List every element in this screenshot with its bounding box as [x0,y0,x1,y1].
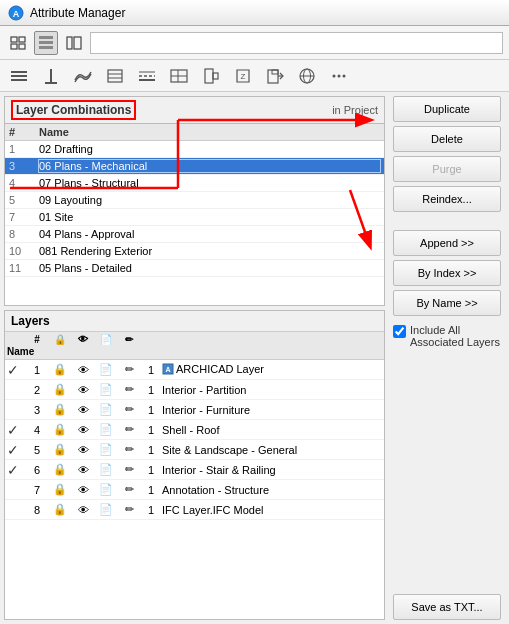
linetype-icon-btn[interactable] [134,63,160,89]
layer-row[interactable]: ✓ 1 🔒 👁 📄 ✏ 1 AARCHICAD Layer [5,360,384,380]
svg-rect-4 [11,44,17,49]
layer-name: Interior - Partition [162,384,382,396]
profile-icon-btn[interactable] [198,63,224,89]
doc-icon: 📄 [95,483,117,496]
col-lock-h: 🔒 [49,334,71,345]
append-button[interactable]: Append >> [393,230,501,256]
view-btn-2[interactable] [34,31,58,55]
col-num-h: # [26,334,48,345]
combo-row[interactable]: 10081 Rendering Exterior [5,243,384,260]
layer-name: Shell - Roof [162,424,382,436]
svg-rect-12 [11,75,27,77]
combo-row[interactable]: 102 Drafting [5,141,384,158]
svg-point-36 [343,74,346,77]
svg-rect-7 [39,41,53,44]
svg-point-34 [333,74,336,77]
layer-combinations-section: Layer Combinations in Project # Name 102… [4,96,385,306]
layer-name: Interior - Furniture [162,404,382,416]
layer-check: ✓ [7,422,25,438]
combo-row[interactable]: 509 Layouting [5,192,384,209]
row-name: 05 Plans - Detailed [39,262,380,274]
include-all-checkbox[interactable] [393,325,406,338]
vis-icon: 👁 [72,404,94,416]
scale-val: 1 [141,364,161,376]
layer-combinations-title: Layer Combinations [11,100,136,120]
more-icon-btn[interactable] [326,63,352,89]
main-content: Layer Combinations in Project # Name 102… [0,92,509,624]
doc-icon: 📄 [95,503,117,516]
combo-row[interactable]: 407 Plans - Structural [5,175,384,192]
app-icon: A [8,5,24,21]
duplicate-button[interactable]: Duplicate [393,96,501,122]
pen-icon: ✏ [118,403,140,416]
surface-icon-btn[interactable] [70,63,96,89]
svg-rect-6 [39,36,53,39]
svg-text:Z: Z [241,72,246,81]
layer-num: 3 [26,404,48,416]
scale-val: 1 [141,424,161,436]
pen-icon-btn[interactable] [38,63,64,89]
fill-icon-btn[interactable] [102,63,128,89]
layer-row[interactable]: 8 🔒 👁 📄 ✏ 1 IFC Layer.IFC Model [5,500,384,520]
right-panel: Duplicate Delete Purge Reindex... Append… [389,92,509,624]
pen-icon: ✏ [118,363,140,376]
layer-row[interactable]: 2 🔒 👁 📄 ✏ 1 Interior - Partition [5,380,384,400]
layer-name: IFC Layer.IFC Model [162,504,382,516]
layer-num: 7 [26,484,48,496]
export-icon-btn[interactable] [262,63,288,89]
lock-icon: 🔒 [49,423,71,436]
left-panel: Layer Combinations in Project # Name 102… [0,92,389,624]
lock-icon: 🔒 [49,443,71,456]
combo-row[interactable]: 3 [5,158,384,175]
svg-text:A: A [13,9,20,19]
combo-row[interactable]: 1105 Plans - Detailed [5,260,384,277]
delete-button[interactable]: Delete [393,126,501,152]
vis-icon: 👁 [72,424,94,436]
svg-rect-3 [19,37,25,42]
icon-toolbar: Z [0,60,509,92]
reindex-button[interactable]: Reindex... [393,186,501,212]
by-name-button[interactable]: By Name >> [393,290,501,316]
doc-icon: 📄 [95,443,117,456]
save-as-txt-button[interactable]: Save as TXT... [393,594,501,620]
pen-icon: ✏ [118,483,140,496]
doc-icon: 📄 [95,463,117,476]
layer-num: 1 [26,364,48,376]
layer-name: Annotation - Structure [162,484,382,496]
svg-rect-2 [11,37,17,42]
doc-icon: 📄 [95,403,117,416]
layer-row[interactable]: 3 🔒 👁 📄 ✏ 1 Interior - Furniture [5,400,384,420]
layers-section-title: Layers [5,311,384,332]
layer-name: Interior - Stair & Railing [162,464,382,476]
lock-icon: 🔒 [49,503,71,516]
svg-rect-8 [39,46,53,49]
purge-button[interactable]: Purge [393,156,501,182]
row-name-input[interactable] [39,160,380,172]
by-index-button[interactable]: By Index >> [393,260,501,286]
scale-val: 1 [141,484,161,496]
layer-row[interactable]: 7 🔒 👁 📄 ✏ 1 Annotation - Structure [5,480,384,500]
layers-icon-btn[interactable] [6,63,32,89]
row-num: 3 [9,160,39,172]
row-num: 5 [9,194,39,206]
layer-row[interactable]: ✓ 5 🔒 👁 📄 ✏ 1 Site & Landscape - General [5,440,384,460]
composite-icon-btn[interactable] [166,63,192,89]
lock-icon: 🔒 [49,363,71,376]
combo-row[interactable]: 804 Plans - Approval [5,226,384,243]
row-num: 7 [9,211,39,223]
search-input[interactable] [90,32,503,54]
svg-rect-9 [67,37,72,49]
layers-section: Layers # 🔒 👁 📄 ✏ Name ✓ 1 🔒 👁 📄 ✏ 1 AARC… [4,310,385,620]
view-btn-1[interactable] [6,31,30,55]
lock-icon: 🔒 [49,463,71,476]
layer-num: 6 [26,464,48,476]
svg-rect-10 [74,37,81,49]
view-btn-3[interactable] [62,31,86,55]
row-num: 10 [9,245,39,257]
layer-row[interactable]: ✓ 4 🔒 👁 📄 ✏ 1 Shell - Roof [5,420,384,440]
zone-icon-btn[interactable]: Z [230,63,256,89]
svg-rect-11 [11,71,27,73]
combo-row[interactable]: 701 Site [5,209,384,226]
layer-row[interactable]: ✓ 6 🔒 👁 📄 ✏ 1 Interior - Stair & Railing [5,460,384,480]
globe-icon-btn[interactable] [294,63,320,89]
